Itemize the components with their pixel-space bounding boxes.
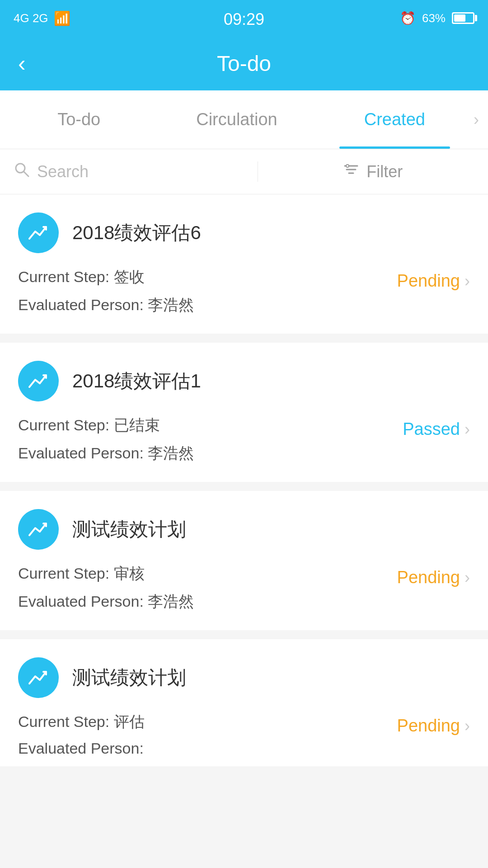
svg-point-5: [346, 165, 349, 167]
card-title: 2018绩效评估1: [72, 368, 201, 394]
tabs-container: To-do Circulation Created ›: [0, 90, 488, 149]
card-info: Current Step: 签收 Evaluated Person: 李浩然: [18, 267, 194, 316]
card-list: 2018绩效评估6 Current Step: 签收 Evaluated Per…: [0, 194, 488, 766]
card-details: Current Step: 签收 Evaluated Person: 李浩然 P…: [18, 267, 470, 316]
battery-percentage: 63%: [422, 11, 446, 25]
evaluated-person-row: Evaluated Person: 李浩然: [18, 295, 194, 316]
tab-arrow-icon: ›: [474, 110, 488, 129]
signal-indicator: 4G 2G: [14, 11, 48, 25]
card-status: Pending ›: [397, 716, 470, 736]
tab-todo[interactable]: To-do: [0, 90, 158, 149]
chevron-right-icon: ›: [465, 568, 470, 587]
current-step-row: Current Step: 签收: [18, 267, 194, 288]
evaluated-person-row: Evaluated Person: 李浩然: [18, 591, 194, 612]
card-icon: [18, 361, 59, 401]
card-title: 测试绩效计划: [72, 517, 186, 542]
current-step-row: Current Step: 审核: [18, 563, 194, 584]
search-icon: [14, 161, 30, 182]
search-filter-bar: Search Filter: [0, 149, 488, 194]
time-display: 09:29: [224, 10, 264, 29]
card-icon: [18, 657, 59, 698]
list-item[interactable]: 测试绩效计划 Current Step: 审核 Evaluated Person…: [0, 491, 488, 630]
status-bar-right: ⏰ 63%: [400, 11, 474, 26]
card-header: 2018绩效评估1: [18, 361, 470, 401]
status-bar-left: 4G 2G 📶: [14, 10, 70, 26]
card-icon: [18, 509, 59, 550]
status-badge: Passed: [403, 420, 460, 439]
battery-icon: [452, 12, 474, 24]
chevron-right-icon: ›: [465, 272, 470, 291]
current-step-row: Current Step: 已结束: [18, 415, 194, 436]
card-details: Current Step: 审核 Evaluated Person: 李浩然 P…: [18, 563, 470, 612]
evaluated-person-row: Evaluated Person:: [18, 740, 145, 757]
current-step-row: Current Step: 评估: [18, 712, 145, 732]
battery-fill: [454, 14, 465, 22]
filter-icon: [343, 161, 359, 182]
list-item[interactable]: 2018绩效评估6 Current Step: 签收 Evaluated Per…: [0, 194, 488, 334]
tab-created[interactable]: Created: [316, 90, 474, 149]
card-info: Current Step: 审核 Evaluated Person: 李浩然: [18, 563, 194, 612]
card-status: Pending ›: [397, 568, 470, 587]
list-item[interactable]: 2018绩效评估1 Current Step: 已结束 Evaluated Pe…: [0, 343, 488, 482]
filter-area[interactable]: Filter: [258, 161, 488, 182]
clock-icon: ⏰: [400, 11, 416, 26]
list-item[interactable]: 测试绩效计划 Current Step: 评估 Evaluated Person…: [0, 639, 488, 766]
app-header: ‹ To-do: [0, 36, 488, 90]
search-placeholder: Search: [37, 162, 89, 181]
page-title: To-do: [217, 51, 271, 76]
card-header: 2018绩效评估6: [18, 212, 470, 253]
card-info: Current Step: 已结束 Evaluated Person: 李浩然: [18, 415, 194, 464]
card-title: 2018绩效评估6: [72, 220, 201, 245]
card-status: Passed ›: [403, 420, 470, 439]
svg-line-1: [24, 172, 28, 176]
card-title: 测试绩效计划: [72, 665, 186, 690]
card-header: 测试绩效计划: [18, 657, 470, 698]
back-button[interactable]: ‹: [18, 50, 26, 76]
wifi-icon: 📶: [54, 10, 70, 26]
tab-circulation[interactable]: Circulation: [158, 90, 315, 149]
evaluated-person-row: Evaluated Person: 李浩然: [18, 443, 194, 464]
status-bar: 4G 2G 📶 09:29 ⏰ 63%: [0, 0, 488, 36]
status-badge: Pending: [397, 271, 460, 291]
card-icon: [18, 212, 59, 253]
card-details: Current Step: 评估 Evaluated Person: Pendi…: [18, 712, 470, 757]
chevron-right-icon: ›: [465, 717, 470, 736]
status-badge: Pending: [397, 568, 460, 587]
card-status: Pending ›: [397, 271, 470, 291]
search-area[interactable]: Search: [0, 161, 258, 182]
card-header: 测试绩效计划: [18, 509, 470, 550]
chevron-right-icon: ›: [465, 420, 470, 439]
filter-label: Filter: [366, 162, 403, 181]
status-badge: Pending: [397, 716, 460, 736]
card-info: Current Step: 评估 Evaluated Person:: [18, 712, 145, 757]
card-details: Current Step: 已结束 Evaluated Person: 李浩然 …: [18, 415, 470, 464]
